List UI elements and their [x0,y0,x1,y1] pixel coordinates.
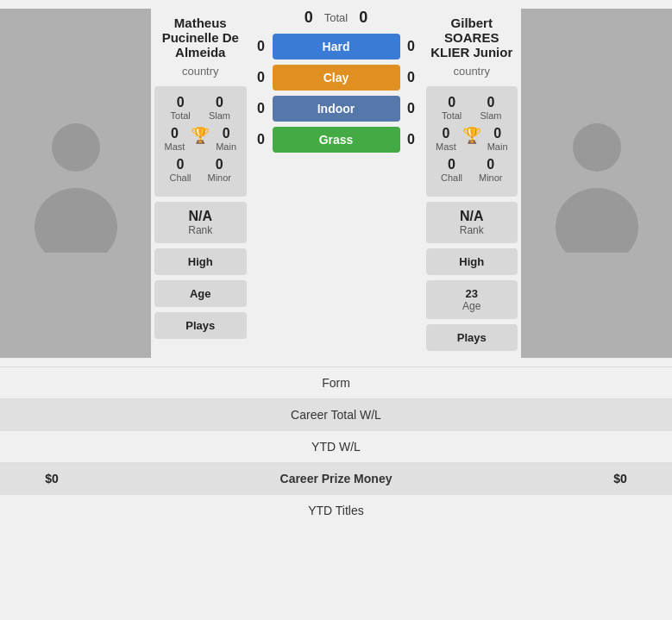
left-main-cell: 0 Main [216,126,236,152]
left-stat-row-3: 0 Chall 0 Minor [161,157,240,183]
left-rank-box: N/A Rank [154,202,247,243]
right-age-box: 23 Age [426,280,518,319]
left-player-country: country [182,65,219,78]
right-age-label: Age [433,300,512,312]
left-total-cell: 0 Total [171,95,191,121]
ytd-titles-row: YTD Titles [0,494,672,526]
right-high-box: High [426,248,518,275]
left-stats-box: 0 Total 0 Slam 0 Mast 🏆 [154,86,247,197]
right-player-info: Gilbert SOARES KLIER Junior country 0 To… [423,9,522,358]
right-player-country: country [453,65,490,78]
left-stat-row-1: 0 Total 0 Slam [161,95,240,121]
left-player-name: Matheus Pucinelle De Almeida [154,16,247,59]
right-mast-label: Mast [436,141,456,152]
right-main-value: 0 [493,126,501,141]
career-prize-label: Career Prize Money [86,472,586,485]
right-plays-label: Plays [433,331,512,344]
hard-row: 0 Hard 0 [254,34,419,59]
left-mast-label: Mast [164,141,185,152]
right-slam-cell: 0 Slam [480,95,501,121]
right-player-name: Gilbert SOARES KLIER Junior [426,16,518,59]
grass-right-val: 0 [404,132,419,147]
hard-left-val: 0 [254,39,269,54]
hard-button[interactable]: Hard [273,34,400,59]
left-chall-value: 0 [177,157,185,172]
left-plays-label: Plays [161,319,240,332]
left-mast-value: 0 [171,126,179,141]
ytd-titles-label: YTD Titles [308,504,364,517]
right-high-label: High [433,255,512,268]
right-minor-cell: 0 Minor [479,157,503,183]
svg-point-2 [573,123,621,172]
indoor-right-val: 0 [404,101,419,116]
left-age-box: Age [154,280,247,307]
right-slam-value: 0 [487,95,494,110]
total-left-val: 0 [300,9,317,27]
left-total-value: 0 [177,95,185,110]
left-slam-cell: 0 Slam [209,95,230,121]
clay-right-val: 0 [404,70,419,85]
left-main-label: Main [216,141,236,152]
left-rank-value: N/A [161,209,240,224]
left-high-box: High [154,248,247,275]
left-chall-cell: 0 Chall [169,157,191,183]
left-trophy-cell: 🏆 [191,126,210,152]
left-main-value: 0 [223,126,230,141]
left-minor-cell: 0 Minor [208,157,232,183]
left-stat-row-2: 0 Mast 🏆 0 Main [161,126,240,152]
right-trophy-icon: 🏆 [462,126,481,145]
left-mast-cell: 0 Mast [164,126,185,152]
right-total-value: 0 [448,95,455,110]
main-container: Matheus Pucinelle De Almeida country 0 T… [0,0,672,526]
hard-right-val: 0 [404,39,419,54]
left-rank-label: Rank [161,224,240,236]
career-prize-row: $0 Career Prize Money $0 [0,462,672,494]
left-player-info: Matheus Pucinelle De Almeida country 0 T… [151,9,250,358]
right-rank-value: N/A [433,209,512,224]
right-rank-box: N/A Rank [426,202,518,243]
left-age-label: Age [161,287,240,300]
left-plays-box: Plays [154,312,247,339]
center-panel: 0 Total 0 0 Hard 0 0 Clay 0 0 Indoor 0 [250,9,423,358]
ytd-wl-label: YTD W/L [311,440,361,454]
right-chall-label: Chall [441,172,462,183]
right-main-cell: 0 Main [487,126,508,152]
clay-button[interactable]: Clay [273,65,400,91]
indoor-row: 0 Indoor 0 [254,96,419,122]
right-mast-cell: 0 Mast [436,126,456,152]
svg-point-3 [556,188,638,253]
total-row: 0 Total 0 [254,9,419,27]
bottom-section: Form Career Total W/L YTD W/L $0 Career … [0,366,672,526]
right-total-label: Total [442,110,462,121]
right-player-photo [521,9,672,358]
right-rank-label: Rank [433,224,512,236]
right-prize-value: $0 [586,472,655,485]
left-chall-label: Chall [169,172,191,183]
clay-left-val: 0 [254,70,269,85]
career-wl-row: Career Total W/L [0,398,672,430]
left-minor-label: Minor [208,172,232,183]
right-stat-row-3: 0 Chall 0 Minor [433,157,512,183]
clay-row: 0 Clay 0 [254,65,419,91]
right-total-cell: 0 Total [442,95,462,121]
right-mast-value: 0 [442,126,449,141]
right-chall-cell: 0 Chall [441,157,462,183]
right-chall-value: 0 [448,157,455,172]
left-total-label: Total [171,110,191,121]
right-stats-box: 0 Total 0 Slam 0 Mast 🏆 [426,86,518,197]
left-slam-label: Slam [209,110,230,121]
left-minor-value: 0 [216,157,223,172]
right-stat-row-2: 0 Mast 🏆 0 Main [433,126,512,152]
right-main-label: Main [487,141,508,152]
svg-point-0 [52,123,100,172]
right-minor-value: 0 [487,157,494,172]
right-slam-label: Slam [480,110,501,121]
grass-button[interactable]: Grass [273,127,400,153]
grass-left-val: 0 [254,132,269,147]
comparison-row: Matheus Pucinelle De Almeida country 0 T… [0,0,672,366]
indoor-button[interactable]: Indoor [273,96,400,122]
right-plays-box: Plays [426,324,518,351]
left-player-photo [0,9,151,358]
right-trophy-cell: 🏆 [462,126,481,152]
right-age-value: 23 [433,287,512,300]
